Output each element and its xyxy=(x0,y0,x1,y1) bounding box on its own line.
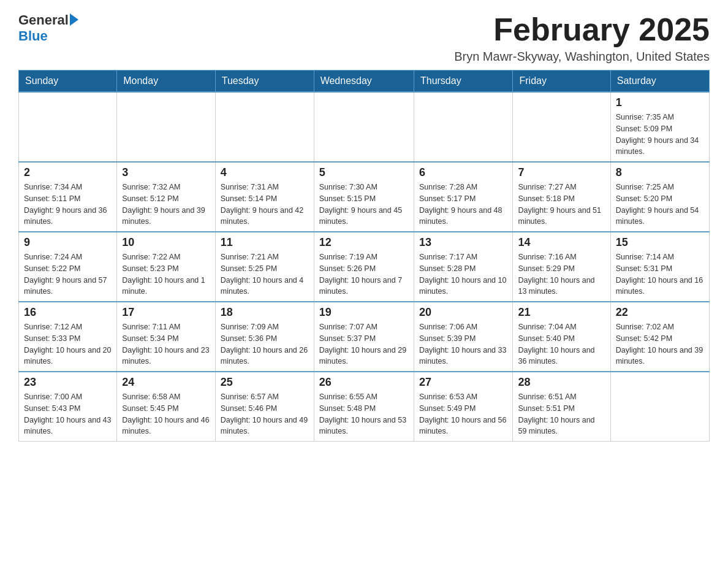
day-info: Sunrise: 7:22 AM Sunset: 5:23 PM Dayligh… xyxy=(122,251,210,297)
day-number: 21 xyxy=(518,306,605,319)
calendar-cell: 14Sunrise: 7:16 AM Sunset: 5:29 PM Dayli… xyxy=(513,232,610,302)
day-number: 14 xyxy=(518,236,605,249)
day-number: 12 xyxy=(319,236,409,249)
calendar-cell: 19Sunrise: 7:07 AM Sunset: 5:37 PM Dayli… xyxy=(314,302,414,372)
calendar-table: SundayMondayTuesdayWednesdayThursdayFrid… xyxy=(18,70,710,442)
calendar-cell: 18Sunrise: 7:09 AM Sunset: 5:36 PM Dayli… xyxy=(215,302,314,372)
day-info: Sunrise: 7:16 AM Sunset: 5:29 PM Dayligh… xyxy=(518,251,605,297)
weekday-header-wednesday: Wednesday xyxy=(314,71,414,93)
day-info: Sunrise: 7:14 AM Sunset: 5:31 PM Dayligh… xyxy=(616,251,704,297)
calendar-cell: 25Sunrise: 6:57 AM Sunset: 5:46 PM Dayli… xyxy=(215,372,314,442)
day-info: Sunrise: 7:31 AM Sunset: 5:14 PM Dayligh… xyxy=(221,182,309,228)
calendar-cell: 7Sunrise: 7:27 AM Sunset: 5:18 PM Daylig… xyxy=(513,162,610,232)
day-info: Sunrise: 7:34 AM Sunset: 5:11 PM Dayligh… xyxy=(24,182,112,228)
day-info: Sunrise: 6:55 AM Sunset: 5:48 PM Dayligh… xyxy=(319,391,409,437)
calendar-week-1: 1Sunrise: 7:35 AM Sunset: 5:09 PM Daylig… xyxy=(19,92,710,162)
day-number: 10 xyxy=(122,236,210,249)
calendar-week-2: 2Sunrise: 7:34 AM Sunset: 5:11 PM Daylig… xyxy=(19,162,710,232)
day-info: Sunrise: 6:51 AM Sunset: 5:51 PM Dayligh… xyxy=(518,391,605,437)
logo-arrow-icon xyxy=(70,13,78,26)
day-number: 2 xyxy=(24,166,112,179)
day-info: Sunrise: 7:07 AM Sunset: 5:37 PM Dayligh… xyxy=(319,321,409,367)
day-number: 27 xyxy=(419,376,508,389)
calendar-cell: 26Sunrise: 6:55 AM Sunset: 5:48 PM Dayli… xyxy=(314,372,414,442)
calendar-cell: 27Sunrise: 6:53 AM Sunset: 5:49 PM Dayli… xyxy=(414,372,513,442)
weekday-header-saturday: Saturday xyxy=(610,71,709,93)
day-number: 6 xyxy=(419,166,508,179)
calendar-cell xyxy=(610,372,709,442)
day-info: Sunrise: 7:24 AM Sunset: 5:22 PM Dayligh… xyxy=(24,251,112,297)
day-info: Sunrise: 7:11 AM Sunset: 5:34 PM Dayligh… xyxy=(122,321,210,367)
day-info: Sunrise: 7:17 AM Sunset: 5:28 PM Dayligh… xyxy=(419,251,508,297)
day-info: Sunrise: 7:28 AM Sunset: 5:17 PM Dayligh… xyxy=(419,182,508,228)
calendar-week-3: 9Sunrise: 7:24 AM Sunset: 5:22 PM Daylig… xyxy=(19,232,710,302)
day-number: 28 xyxy=(518,376,605,389)
day-info: Sunrise: 7:04 AM Sunset: 5:40 PM Dayligh… xyxy=(518,321,605,367)
calendar-cell: 5Sunrise: 7:30 AM Sunset: 5:15 PM Daylig… xyxy=(314,162,414,232)
weekday-header-thursday: Thursday xyxy=(414,71,513,93)
calendar-cell xyxy=(215,92,314,162)
calendar-cell: 20Sunrise: 7:06 AM Sunset: 5:39 PM Dayli… xyxy=(414,302,513,372)
day-info: Sunrise: 7:12 AM Sunset: 5:33 PM Dayligh… xyxy=(24,321,112,367)
calendar-cell xyxy=(19,92,117,162)
calendar-cell xyxy=(117,92,216,162)
title-block: February 2025 Bryn Mawr-Skyway, Washingt… xyxy=(454,12,710,64)
day-number: 26 xyxy=(319,376,409,389)
logo: General Blue xyxy=(18,12,78,44)
calendar-cell xyxy=(314,92,414,162)
day-info: Sunrise: 7:32 AM Sunset: 5:12 PM Dayligh… xyxy=(122,182,210,228)
day-number: 24 xyxy=(122,376,210,389)
day-number: 5 xyxy=(319,166,409,179)
calendar-cell: 13Sunrise: 7:17 AM Sunset: 5:28 PM Dayli… xyxy=(414,232,513,302)
logo-blue: Blue xyxy=(18,28,48,44)
day-number: 23 xyxy=(24,376,112,389)
calendar-week-4: 16Sunrise: 7:12 AM Sunset: 5:33 PM Dayli… xyxy=(19,302,710,372)
logo-general: General xyxy=(18,12,69,28)
calendar-cell: 6Sunrise: 7:28 AM Sunset: 5:17 PM Daylig… xyxy=(414,162,513,232)
day-number: 8 xyxy=(616,166,704,179)
calendar-cell: 21Sunrise: 7:04 AM Sunset: 5:40 PM Dayli… xyxy=(513,302,610,372)
calendar-cell: 3Sunrise: 7:32 AM Sunset: 5:12 PM Daylig… xyxy=(117,162,216,232)
day-info: Sunrise: 7:35 AM Sunset: 5:09 PM Dayligh… xyxy=(616,112,704,158)
day-number: 20 xyxy=(419,306,508,319)
day-info: Sunrise: 7:02 AM Sunset: 5:42 PM Dayligh… xyxy=(616,321,704,367)
day-number: 11 xyxy=(221,236,309,249)
day-info: Sunrise: 7:00 AM Sunset: 5:43 PM Dayligh… xyxy=(24,391,112,437)
day-number: 15 xyxy=(616,236,704,249)
calendar-cell: 10Sunrise: 7:22 AM Sunset: 5:23 PM Dayli… xyxy=(117,232,216,302)
weekday-header-row: SundayMondayTuesdayWednesdayThursdayFrid… xyxy=(19,71,710,93)
day-number: 4 xyxy=(221,166,309,179)
day-number: 9 xyxy=(24,236,112,249)
calendar-cell: 22Sunrise: 7:02 AM Sunset: 5:42 PM Dayli… xyxy=(610,302,709,372)
calendar-cell: 16Sunrise: 7:12 AM Sunset: 5:33 PM Dayli… xyxy=(19,302,117,372)
weekday-header-sunday: Sunday xyxy=(19,71,117,93)
day-number: 18 xyxy=(221,306,309,319)
day-number: 25 xyxy=(221,376,309,389)
weekday-header-friday: Friday xyxy=(513,71,610,93)
weekday-header-tuesday: Tuesday xyxy=(215,71,314,93)
day-info: Sunrise: 6:58 AM Sunset: 5:45 PM Dayligh… xyxy=(122,391,210,437)
calendar-cell: 4Sunrise: 7:31 AM Sunset: 5:14 PM Daylig… xyxy=(215,162,314,232)
day-info: Sunrise: 7:09 AM Sunset: 5:36 PM Dayligh… xyxy=(221,321,309,367)
calendar-cell: 9Sunrise: 7:24 AM Sunset: 5:22 PM Daylig… xyxy=(19,232,117,302)
day-number: 16 xyxy=(24,306,112,319)
calendar-cell: 23Sunrise: 7:00 AM Sunset: 5:43 PM Dayli… xyxy=(19,372,117,442)
day-info: Sunrise: 6:53 AM Sunset: 5:49 PM Dayligh… xyxy=(419,391,508,437)
calendar-cell: 17Sunrise: 7:11 AM Sunset: 5:34 PM Dayli… xyxy=(117,302,216,372)
day-number: 7 xyxy=(518,166,605,179)
calendar-cell: 2Sunrise: 7:34 AM Sunset: 5:11 PM Daylig… xyxy=(19,162,117,232)
calendar-cell: 15Sunrise: 7:14 AM Sunset: 5:31 PM Dayli… xyxy=(610,232,709,302)
calendar-cell: 24Sunrise: 6:58 AM Sunset: 5:45 PM Dayli… xyxy=(117,372,216,442)
calendar-cell: 8Sunrise: 7:25 AM Sunset: 5:20 PM Daylig… xyxy=(610,162,709,232)
calendar-week-5: 23Sunrise: 7:00 AM Sunset: 5:43 PM Dayli… xyxy=(19,372,710,442)
day-info: Sunrise: 6:57 AM Sunset: 5:46 PM Dayligh… xyxy=(221,391,309,437)
day-number: 22 xyxy=(616,306,704,319)
day-info: Sunrise: 7:27 AM Sunset: 5:18 PM Dayligh… xyxy=(518,182,605,228)
calendar-cell xyxy=(414,92,513,162)
location-subtitle: Bryn Mawr-Skyway, Washington, United Sta… xyxy=(454,50,710,64)
day-number: 13 xyxy=(419,236,508,249)
page-header: General Blue February 2025 Bryn Mawr-Sky… xyxy=(18,12,710,64)
day-info: Sunrise: 7:25 AM Sunset: 5:20 PM Dayligh… xyxy=(616,182,704,228)
day-number: 17 xyxy=(122,306,210,319)
calendar-cell: 28Sunrise: 6:51 AM Sunset: 5:51 PM Dayli… xyxy=(513,372,610,442)
